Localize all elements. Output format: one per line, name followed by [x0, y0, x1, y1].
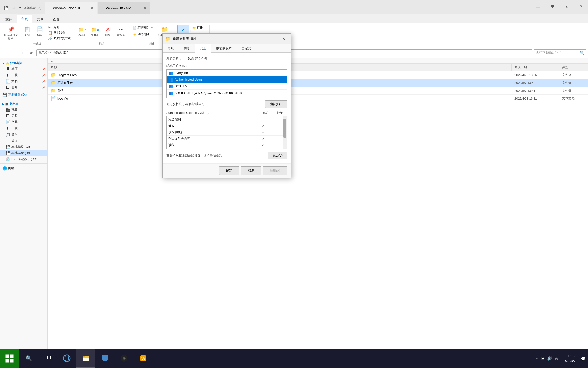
- user-item-everyone[interactable]: 👥 Everyone: [167, 70, 287, 76]
- edit-button[interactable]: 编辑(E)...: [265, 100, 287, 108]
- network-systray-icon[interactable]: 🖥: [540, 356, 545, 361]
- col-header-type[interactable]: 类型: [559, 64, 588, 71]
- dialog-tab-general[interactable]: 常规: [163, 44, 179, 53]
- cancel-button[interactable]: 取消: [241, 166, 261, 175]
- sidebar-item-pictures[interactable]: 🖼 图片 📌: [0, 84, 48, 91]
- dialog-tab-security[interactable]: 安全: [195, 44, 211, 53]
- volume-systray-icon[interactable]: 🔊: [547, 356, 552, 361]
- back-btn[interactable]: ←: [2, 49, 9, 56]
- easy-access-btn[interactable]: ⚡ 轻松访问 ▼: [131, 31, 155, 37]
- systray-chevron[interactable]: ∧: [536, 357, 538, 360]
- minimize-button[interactable]: —: [531, 0, 545, 14]
- copy-to-btn[interactable]: 📁⧉ 复制到: [89, 25, 101, 38]
- taskbar-explorer-app[interactable]: [76, 349, 96, 368]
- sidebar-item-drive-e[interactable]: 💿 DVD 驱动器 (E:) SS:: [0, 156, 48, 162]
- new-label: 新建: [149, 42, 155, 46]
- dialog-tab-custom[interactable]: 自定义: [237, 44, 256, 53]
- file-row-1[interactable]: 📁 新建文件夹 2022/5/7 13:58 文件夹: [48, 79, 588, 87]
- perm-scrollbar[interactable]: [283, 116, 287, 149]
- toolbar-undo-btn[interactable]: ↩: [10, 5, 17, 11]
- file-row-0[interactable]: 📁 Program Files 2022/4/23 18:06 文件夹: [48, 71, 588, 79]
- help-button[interactable]: ?: [574, 0, 588, 14]
- sidebar-item-drive-d[interactable]: 💾 本地磁盘 (D:): [0, 150, 48, 156]
- cut-btn[interactable]: ✂ 剪切: [47, 25, 72, 30]
- ribbon-tab-view[interactable]: 查看: [48, 15, 64, 23]
- tab-close-1[interactable]: ✕: [143, 6, 147, 10]
- clock[interactable]: 14:12 2022/5/7: [560, 353, 578, 363]
- sidebar-item-music[interactable]: 🎵 音乐: [0, 131, 48, 138]
- sidebar-item-network[interactable]: 🌐 网络: [0, 165, 48, 171]
- paste-btn[interactable]: 📄 粘贴: [34, 25, 46, 38]
- user-item-admins[interactable]: 👥 Administrators (WIN-OIQGG2DN36V\Admini…: [167, 90, 287, 96]
- network-icon: 🌐: [2, 166, 7, 170]
- file-row-3[interactable]: 📄 ipconfig 2022/4/23 16:31 文本文档: [48, 95, 588, 102]
- taskbar-app5[interactable]: W: [134, 349, 153, 368]
- new-item-dropdown[interactable]: ▼: [151, 27, 153, 29]
- ime-indicator[interactable]: 英: [555, 356, 558, 361]
- move-to-btn[interactable]: 📁→ 移动到: [76, 25, 88, 38]
- tab-close-0[interactable]: ✕: [90, 6, 94, 10]
- user-list: 👥 Everyone 👥 Authenticated Users 👥 SYSTE…: [166, 69, 287, 98]
- user-item-auth[interactable]: 👥 Authenticated Users: [167, 76, 287, 83]
- tab-win10[interactable]: 🖥 Windows 10 x64-1 ✕: [98, 2, 150, 14]
- taskbar-search-btn[interactable]: 🔍: [19, 349, 38, 368]
- recent-locations-btn[interactable]: 🗁: [28, 49, 35, 56]
- sidebar-item-docs[interactable]: 📄 文档 📌: [0, 78, 48, 84]
- task-view-btn[interactable]: [38, 349, 57, 368]
- ok-button[interactable]: 确定: [219, 166, 239, 175]
- advanced-button[interactable]: 高级(V): [268, 152, 287, 159]
- properties-dialog[interactable]: 📁 新建文件夹 属性 ✕ 常规 共享 安全 以前的版本 自定义 对象名称： D:…: [162, 33, 291, 178]
- start-button[interactable]: [0, 349, 19, 368]
- tab-win-server[interactable]: 🖥 Windows Server 2016 ✕: [45, 2, 97, 14]
- sidebar-item-local-d-top[interactable]: 💾 本地磁盘 (D:): [0, 92, 48, 98]
- this-pc-header[interactable]: ▶ 💻 此电脑: [0, 101, 48, 107]
- sidebar-item-pc-downloads[interactable]: ⬇ 下载: [0, 125, 48, 131]
- toolbar-dropdown-btn[interactable]: ▼: [18, 5, 22, 11]
- rename-icon: ✏: [117, 26, 125, 33]
- crumb-drive-d[interactable]: 本地磁盘 (D:): [50, 51, 68, 55]
- sidebar-item-pc-docs[interactable]: 📄 文档: [0, 119, 48, 125]
- crumb-this-pc[interactable]: 此电脑: [39, 51, 48, 55]
- search-box[interactable]: 搜索"本地磁盘 (D:)" 🔍: [534, 49, 586, 56]
- open-btn[interactable]: 📂 打开: [190, 25, 210, 31]
- sidebar-item-pc-desktop[interactable]: 🖥 桌面: [0, 138, 48, 144]
- maximize-button[interactable]: 🗗: [545, 0, 559, 14]
- dialog-tab-previous[interactable]: 以前的版本: [211, 44, 237, 53]
- dialog-tab-share[interactable]: 共享: [179, 44, 195, 53]
- sidebar-item-drive-c[interactable]: 💾 本地磁盘 (C:): [0, 144, 48, 150]
- taskbar-media-app[interactable]: [115, 349, 134, 368]
- taskbar-network-app[interactable]: [96, 349, 115, 368]
- ribbon-tab-file[interactable]: 文件: [1, 15, 17, 23]
- up-btn[interactable]: ↑: [19, 49, 26, 56]
- title-bar: 💾 ↩ ▼ 本地磁盘 (D:) 🖥 Windows Server 2016 ✕ …: [0, 0, 588, 14]
- user-item-users[interactable]: 👥 Users (WIN-OIQGG2DN36V\Users): [167, 96, 287, 98]
- sidebar-item-videos[interactable]: 🎬 视频: [0, 107, 48, 113]
- close-button[interactable]: ✕: [559, 0, 574, 14]
- copy-path-btn[interactable]: 📋 复制路径: [47, 30, 72, 35]
- toolbar-save-btn[interactable]: 💾: [3, 5, 10, 11]
- ribbon-tab-home[interactable]: 主页: [17, 15, 32, 23]
- notification-btn[interactable]: 💬: [581, 356, 586, 361]
- col-header-date[interactable]: 修改日期: [512, 64, 559, 71]
- sidebar-item-pc-pictures[interactable]: 🖼 图片: [0, 113, 48, 119]
- quick-access-header[interactable]: ▼ ⭐ 快速访问: [0, 60, 48, 66]
- apply-button[interactable]: 应用(A): [263, 166, 287, 175]
- search-icon[interactable]: 🔍: [580, 51, 584, 55]
- rename-btn[interactable]: ✏ 重命名: [115, 25, 127, 38]
- dialog-close-button[interactable]: ✕: [280, 35, 288, 43]
- pin-quick-access-btn[interactable]: 📌 固定到'快速访问': [2, 25, 20, 41]
- forward-btn[interactable]: →: [10, 49, 18, 56]
- copy-btn[interactable]: 📋 复制: [21, 25, 33, 38]
- user-item-system[interactable]: 👥 SYSTEM: [167, 83, 287, 90]
- file-row-2[interactable]: 📁 自信 2022/5/7 13:41 文件夹: [48, 87, 588, 95]
- delete-btn[interactable]: ✕ 删除: [102, 25, 114, 38]
- sidebar-item-desktop[interactable]: 🖥 桌面 📌: [0, 66, 48, 72]
- sidebar-item-downloads[interactable]: ⬇ 下载 📌: [0, 72, 48, 78]
- perm-name-full: 完全控制: [168, 117, 256, 121]
- new-item-btn[interactable]: 📄 新建项目 ▼: [131, 25, 155, 31]
- taskbar-ie-app[interactable]: [57, 349, 76, 368]
- ribbon-tab-share[interactable]: 共享: [32, 15, 48, 23]
- paste-shortcut-btn[interactable]: 🔗 粘贴快捷方式: [47, 36, 72, 41]
- easy-access-dropdown[interactable]: ▼: [151, 33, 153, 36]
- sidebar-drive-e-label: DVD 驱动器 (E:) SS:: [11, 157, 38, 161]
